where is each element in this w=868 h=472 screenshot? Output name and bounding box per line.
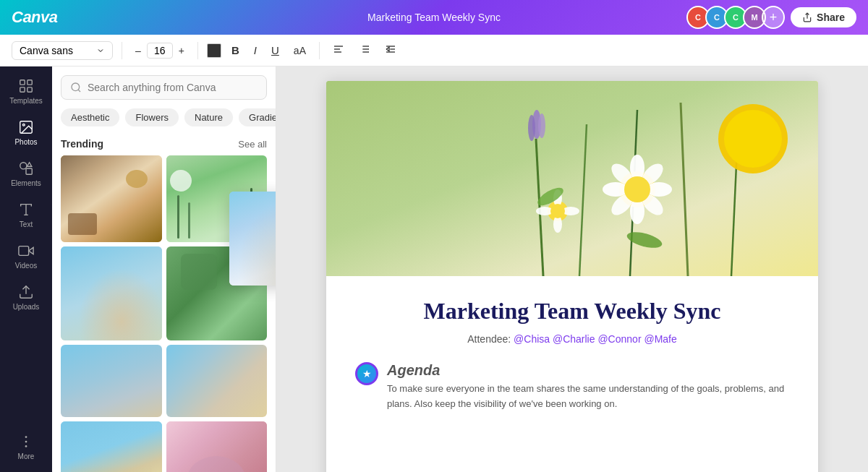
sidebar-item-more[interactable]: More	[3, 428, 49, 466]
share-icon	[802, 12, 812, 22]
add-collaborator-button[interactable]: +	[762, 6, 785, 29]
svg-marker-24	[29, 247, 33, 254]
italic-button[interactable]: I	[250, 41, 261, 59]
sidebar-item-photos[interactable]: Photos	[3, 113, 49, 152]
align-left-button[interactable]	[328, 40, 349, 61]
agenda-section: ★ Agenda To make sure everyone in the te…	[355, 362, 789, 412]
font-color-indicator[interactable]	[207, 43, 221, 58]
main-layout: Templates Photos Elements Text	[0, 66, 868, 472]
svg-line-31	[78, 90, 80, 92]
sidebar-label-text: Text	[20, 220, 33, 228]
flower-svg	[326, 81, 818, 276]
see-all-button[interactable]: See all	[238, 139, 267, 150]
svg-point-19	[20, 163, 27, 169]
filter-tags: Aesthetic Flowers Nature Gradients ›	[52, 108, 276, 135]
search-icon	[70, 82, 82, 93]
photo-women-arms[interactable]	[61, 246, 162, 340]
svg-point-50	[624, 176, 650, 202]
sidebar-label-more: More	[18, 452, 35, 460]
svg-point-58	[550, 204, 565, 218]
sidebar-label-uploads: Uploads	[13, 303, 40, 311]
underline-button[interactable]: U	[267, 41, 284, 59]
case-button[interactable]: aA	[289, 42, 310, 59]
slide-header-image	[326, 81, 818, 276]
format-toolbar: Canva sans – + B I U aA	[0, 35, 868, 66]
filter-aesthetic[interactable]: Aesthetic	[61, 108, 119, 126]
sidebar-item-text[interactable]: Text	[3, 196, 49, 234]
slide-title[interactable]: Marketing Team Weekly Sync	[355, 298, 789, 325]
svg-rect-25	[19, 246, 29, 256]
font-name: Canva sans	[20, 45, 93, 56]
text-icon	[18, 202, 34, 218]
filter-nature[interactable]: Nature	[184, 108, 233, 126]
svg-point-18	[22, 124, 25, 126]
align-left-icon	[333, 43, 344, 55]
sidebar: Templates Photos Elements Text	[0, 66, 52, 472]
font-size-input[interactable]	[147, 43, 173, 59]
font-selector[interactable]: Canva sans	[12, 41, 113, 60]
top-bar: Canva Marketing Team Weekly Sync C C C M…	[0, 0, 868, 35]
svg-point-29	[25, 445, 27, 447]
photo-pampas[interactable]	[61, 421, 162, 472]
trending-header: Trending See all	[52, 135, 276, 155]
indent-icon	[385, 43, 396, 55]
share-label: Share	[817, 12, 845, 23]
attendee-mentions: @Chisa @Charlie @Connor @Mafe	[514, 333, 677, 345]
photo-food[interactable]	[61, 155, 162, 242]
divider-1	[122, 42, 122, 59]
sidebar-item-elements[interactable]: Elements	[3, 155, 49, 193]
svg-rect-15	[20, 87, 25, 92]
sidebar-item-templates[interactable]: Templates	[3, 72, 49, 111]
svg-rect-14	[27, 80, 32, 85]
svg-marker-21	[27, 163, 31, 167]
list-button[interactable]	[354, 40, 375, 61]
sidebar-item-videos[interactable]: Videos	[3, 237, 49, 275]
font-size-increase-button[interactable]: +	[174, 42, 189, 59]
sidebar-item-uploads[interactable]: Uploads	[3, 278, 49, 317]
filter-gradients[interactable]: Gradients	[239, 108, 276, 126]
filter-flowers[interactable]: Flowers	[125, 108, 179, 126]
photo-women-bikes[interactable]	[166, 345, 268, 417]
font-size-group: – +	[131, 42, 189, 59]
photos-panel: Aesthetic Flowers Nature Gradients › Tre…	[52, 66, 276, 472]
upload-icon	[18, 284, 34, 300]
slide-content: Marketing Team Weekly Sync Attendee: @Ch…	[326, 276, 818, 445]
chevron-down-icon	[96, 46, 105, 55]
grid-icon	[18, 78, 34, 94]
dots-icon	[18, 434, 34, 450]
agenda-content: Agenda To make sure everyone in the team…	[387, 362, 789, 412]
svg-point-39	[528, 115, 535, 141]
indent-button[interactable]	[380, 40, 401, 61]
svg-point-40	[538, 113, 545, 138]
collaborator-avatars: C C C M +	[686, 6, 785, 29]
floating-image-preview: Mafe	[229, 192, 276, 286]
sidebar-label-elements: Elements	[11, 179, 41, 187]
search-box[interactable]	[61, 75, 267, 100]
sidebar-label-photos: Photos	[14, 138, 37, 146]
shapes-icon	[18, 160, 34, 176]
divider-2	[197, 42, 198, 59]
search-input[interactable]	[88, 82, 258, 93]
video-icon	[18, 243, 34, 259]
sidebar-label-templates: Templates	[9, 97, 43, 105]
svg-point-30	[72, 83, 80, 91]
share-button[interactable]: Share	[791, 7, 856, 27]
divider-3	[319, 42, 320, 59]
svg-rect-16	[27, 87, 32, 92]
svg-point-52	[724, 110, 782, 168]
top-bar-right: C C C M + Share	[686, 6, 856, 29]
photo-yoga[interactable]	[166, 421, 268, 472]
photo-women-sky[interactable]	[61, 345, 162, 417]
bold-button[interactable]: B	[227, 41, 244, 59]
sidebar-label-videos: Videos	[15, 262, 37, 270]
svg-rect-13	[20, 80, 25, 85]
photo-icon	[18, 119, 34, 135]
svg-point-27	[25, 436, 27, 438]
trending-title: Trending	[61, 138, 103, 150]
svg-point-28	[25, 441, 27, 443]
search-area	[52, 66, 276, 108]
font-size-decrease-button[interactable]: –	[131, 42, 145, 59]
canvas-area[interactable]: Marketing Team Weekly Sync Attendee: @Ch…	[276, 66, 868, 472]
document-title[interactable]: Marketing Team Weekly Sync	[367, 12, 501, 23]
slide-canvas[interactable]: Marketing Team Weekly Sync Attendee: @Ch…	[326, 81, 818, 472]
